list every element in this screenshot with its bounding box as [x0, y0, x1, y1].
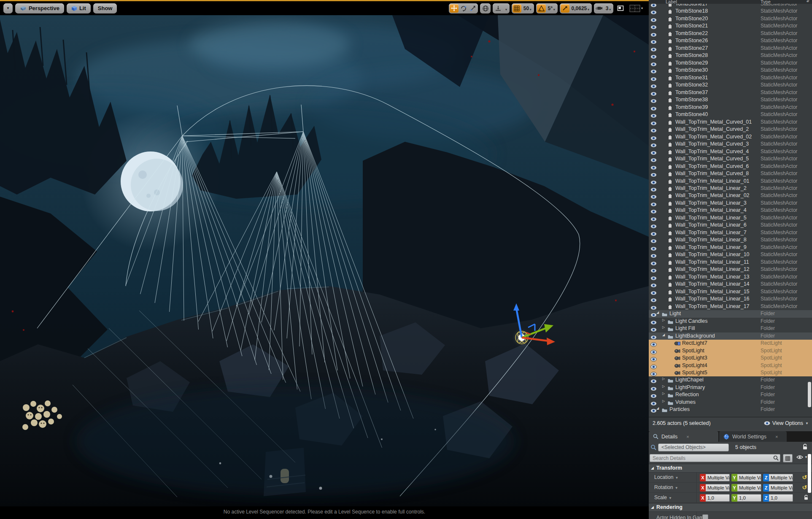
visibility-eye-icon[interactable]	[650, 180, 657, 185]
visibility-eye-icon[interactable]	[650, 121, 657, 126]
outliner-row[interactable]: Wall_TopTrim_Metal_Linear_6StaticMeshAct…	[649, 222, 812, 229]
outliner-row[interactable]: Wall_TopTrim_Metal_Curved_4StaticMeshAct…	[649, 148, 812, 155]
search-details-input[interactable]	[650, 454, 780, 462]
view-options-button[interactable]: View Options▼	[764, 420, 809, 426]
visibility-eye-icon[interactable]	[650, 54, 657, 59]
visibility-eye-icon[interactable]	[650, 195, 657, 199]
visibility-eye-icon[interactable]	[650, 143, 657, 148]
visibility-eye-icon[interactable]	[650, 394, 657, 398]
visibility-eye-icon[interactable]	[650, 128, 657, 133]
camera-speed-value[interactable]: 3▾	[604, 5, 612, 11]
visibility-eye-icon[interactable]	[650, 165, 657, 170]
outliner-row[interactable]: Wall_TopTrim_Metal_Curved_8StaticMeshAct…	[649, 170, 812, 177]
outliner-row[interactable]: TombStone28StaticMeshActor	[649, 52, 812, 59]
grid-snap-icon[interactable]	[513, 4, 521, 13]
visibility-eye-icon[interactable]	[650, 92, 657, 96]
outliner-row[interactable]: ▷LightPrimaryFolder	[649, 384, 812, 391]
collapsed-arrow-icon[interactable]: ▷	[662, 318, 665, 322]
outliner-row[interactable]: Wall_TopTrim_Metal_Linear_4StaticMeshAct…	[649, 207, 812, 214]
visibility-eye-icon[interactable]	[650, 136, 657, 141]
actor-hidden-checkbox[interactable]	[702, 514, 708, 519]
visibility-eye-icon[interactable]	[650, 357, 657, 362]
outliner-row[interactable]: Wall_TopTrim_Metal_Linear_5StaticMeshAct…	[649, 214, 812, 222]
property-label[interactable]: Rotation▼	[654, 484, 678, 490]
outliner-row[interactable]: SpotLight3SpotLight	[649, 354, 812, 362]
visibility-eye-icon[interactable]	[650, 158, 657, 162]
screenshot-icon[interactable]	[615, 3, 626, 14]
outliner-row[interactable]: TombStone32StaticMeshActor	[649, 81, 812, 89]
viewport-panel[interactable]: ▼ Perspective Lit	[0, 0, 649, 519]
tab-details[interactable]: Details ×	[649, 431, 718, 442]
outliner-row[interactable]: TombStone17StaticMeshActor	[649, 4, 812, 8]
outliner-row[interactable]: TombStone29StaticMeshActor	[649, 59, 812, 67]
outliner-row[interactable]: ▷ReflectionFolder	[649, 391, 812, 398]
outliner-row[interactable]: RectLight7RectLight	[649, 340, 812, 347]
outliner-row[interactable]: Wall_TopTrim_Metal_Linear_10StaticMeshAc…	[649, 251, 812, 258]
visibility-eye-icon[interactable]	[650, 47, 657, 52]
section-rendering[interactable]: ◢ Rendering	[649, 503, 812, 512]
outliner-row[interactable]: Wall_TopTrim_Metal_Linear_9StaticMeshAct…	[649, 244, 812, 251]
visibility-eye-icon[interactable]	[650, 313, 657, 317]
visibility-eye-icon[interactable]	[650, 217, 657, 222]
outliner-row[interactable]: ◢ParticlesFolder	[649, 406, 812, 413]
rotation-snap-value[interactable]: 5°▾	[546, 5, 557, 11]
viewport-options-dropdown[interactable]: ▼	[3, 3, 13, 14]
rotate-tool-icon[interactable]	[459, 4, 468, 13]
scale-y-field[interactable]: 1,0	[737, 494, 761, 502]
outliner-row[interactable]: ▷Light FillFolder	[649, 325, 812, 332]
visibility-eye-icon[interactable]	[650, 320, 657, 325]
visibility-eye-icon[interactable]	[650, 350, 657, 354]
rotation-x-field[interactable]: Multiple Values	[706, 484, 730, 492]
visibility-eye-icon[interactable]	[650, 106, 657, 111]
rotation-snap-icon[interactable]	[537, 4, 546, 13]
outliner-row[interactable]: TombStone21StaticMeshActor	[649, 22, 812, 30]
outliner-row[interactable]: Wall_TopTrim_Metal_Linear_7StaticMeshAct…	[649, 229, 812, 236]
property-label[interactable]: Scale▼	[654, 495, 672, 500]
visibility-eye-icon[interactable]	[650, 25, 657, 30]
visibility-eye-icon[interactable]	[650, 62, 657, 67]
outliner-row[interactable]: Wall_TopTrim_Metal_Curved_3StaticMeshAct…	[649, 141, 812, 148]
surface-snap-icon[interactable]	[494, 4, 502, 13]
visibility-eye-icon[interactable]	[650, 268, 657, 273]
rotation-y-field[interactable]: Multiple Values	[737, 484, 761, 492]
outliner-row[interactable]: ▷LightChapelFolder	[649, 376, 812, 384]
outliner-row[interactable]: Wall_TopTrim_Metal_Linear_14StaticMeshAc…	[649, 281, 812, 288]
collapsed-arrow-icon[interactable]: ▷	[662, 377, 665, 381]
outliner-row[interactable]: ◢LightFolder	[649, 310, 812, 317]
outliner-row[interactable]: ▷VolumesFolder	[649, 399, 812, 406]
scale-tool-icon[interactable]	[468, 4, 477, 13]
outliner-row[interactable]: Wall_TopTrim_Metal_Curved_5StaticMeshAct…	[649, 155, 812, 162]
selected-objects-dropdown[interactable]: <Selected Objects>	[658, 443, 729, 451]
outliner-row[interactable]: TombStone31StaticMeshActor	[649, 74, 812, 81]
close-tab-icon[interactable]: ×	[775, 434, 778, 439]
lock-open-icon[interactable]	[802, 443, 808, 451]
outliner-row[interactable]: TombStone37StaticMeshActor	[649, 89, 812, 96]
display-filter-eye-icon[interactable]: ▼	[796, 455, 808, 460]
expanded-arrow-icon[interactable]: ◢	[656, 311, 659, 314]
visibility-eye-icon[interactable]	[650, 387, 657, 391]
visibility-eye-icon[interactable]	[650, 69, 657, 74]
visibility-eye-icon[interactable]	[650, 77, 657, 81]
outliner-row[interactable]: Wall_TopTrim_Metal_Linear_16StaticMeshAc…	[649, 295, 812, 303]
outliner-row[interactable]: TombStone26StaticMeshActor	[649, 37, 812, 44]
visibility-eye-icon[interactable]	[650, 209, 657, 214]
outliner-row[interactable]: ◢LightBackgroundFolder	[649, 332, 812, 340]
visibility-eye-icon[interactable]	[650, 18, 657, 22]
outliner-row[interactable]: Wall_TopTrim_Metal_Linear_01StaticMeshAc…	[649, 178, 812, 185]
visibility-eye-icon[interactable]	[650, 276, 657, 281]
visibility-eye-icon[interactable]	[650, 4, 657, 8]
outliner-row[interactable]: Wall_TopTrim_Metal_Linear_02StaticMeshAc…	[649, 192, 812, 199]
visibility-eye-icon[interactable]	[650, 224, 657, 229]
visibility-eye-icon[interactable]	[650, 401, 657, 406]
outliner-row[interactable]: Wall_TopTrim_Metal_Linear_12StaticMeshAc…	[649, 266, 812, 273]
collapsed-arrow-icon[interactable]: ▷	[662, 392, 665, 395]
outliner-row[interactable]: Wall_TopTrim_Metal_Curved_2StaticMeshAct…	[649, 126, 812, 133]
visibility-eye-icon[interactable]	[650, 254, 657, 258]
outliner-row[interactable]: TombStone38StaticMeshActor	[649, 96, 812, 103]
scale-z-field[interactable]: 1,0	[769, 494, 793, 502]
outliner-row[interactable]: Wall_TopTrim_Metal_Curved_6StaticMeshAct…	[649, 163, 812, 170]
location-x-field[interactable]: Multiple Values	[706, 474, 730, 481]
outliner-row[interactable]: SpotLightSpotLight	[649, 347, 812, 354]
outliner-row[interactable]: Wall_TopTrim_Metal_Linear_13StaticMeshAc…	[649, 273, 812, 281]
viewport-layout-icon[interactable]: ▾	[628, 3, 645, 14]
